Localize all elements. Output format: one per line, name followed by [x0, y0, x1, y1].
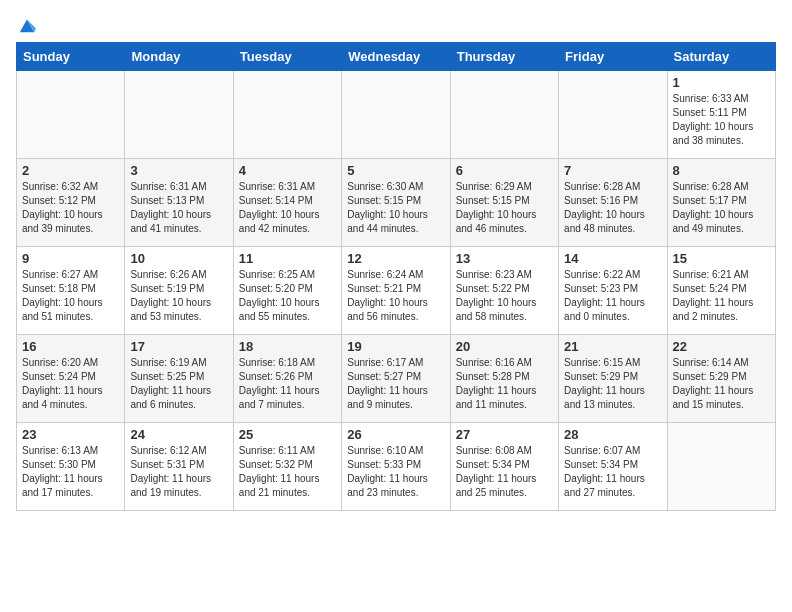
day-number: 17: [130, 339, 227, 354]
day-info: Sunrise: 6:18 AM Sunset: 5:26 PM Dayligh…: [239, 356, 336, 412]
weekday-header-thursday: Thursday: [450, 43, 558, 71]
calendar-cell: 28Sunrise: 6:07 AM Sunset: 5:34 PM Dayli…: [559, 423, 667, 511]
calendar-cell: [667, 423, 775, 511]
weekday-header-monday: Monday: [125, 43, 233, 71]
day-number: 23: [22, 427, 119, 442]
week-row-5: 23Sunrise: 6:13 AM Sunset: 5:30 PM Dayli…: [17, 423, 776, 511]
weekday-header-tuesday: Tuesday: [233, 43, 341, 71]
calendar-cell: 26Sunrise: 6:10 AM Sunset: 5:33 PM Dayli…: [342, 423, 450, 511]
day-info: Sunrise: 6:12 AM Sunset: 5:31 PM Dayligh…: [130, 444, 227, 500]
day-info: Sunrise: 6:24 AM Sunset: 5:21 PM Dayligh…: [347, 268, 444, 324]
day-info: Sunrise: 6:14 AM Sunset: 5:29 PM Dayligh…: [673, 356, 770, 412]
day-info: Sunrise: 6:10 AM Sunset: 5:33 PM Dayligh…: [347, 444, 444, 500]
calendar-cell: 6Sunrise: 6:29 AM Sunset: 5:15 PM Daylig…: [450, 159, 558, 247]
logo-icon: [18, 16, 36, 34]
day-info: Sunrise: 6:23 AM Sunset: 5:22 PM Dayligh…: [456, 268, 553, 324]
calendar-cell: 1Sunrise: 6:33 AM Sunset: 5:11 PM Daylig…: [667, 71, 775, 159]
day-info: Sunrise: 6:08 AM Sunset: 5:34 PM Dayligh…: [456, 444, 553, 500]
day-info: Sunrise: 6:31 AM Sunset: 5:13 PM Dayligh…: [130, 180, 227, 236]
calendar-cell: 9Sunrise: 6:27 AM Sunset: 5:18 PM Daylig…: [17, 247, 125, 335]
calendar-cell: 22Sunrise: 6:14 AM Sunset: 5:29 PM Dayli…: [667, 335, 775, 423]
calendar-cell: 11Sunrise: 6:25 AM Sunset: 5:20 PM Dayli…: [233, 247, 341, 335]
weekday-header-sunday: Sunday: [17, 43, 125, 71]
calendar-cell: 13Sunrise: 6:23 AM Sunset: 5:22 PM Dayli…: [450, 247, 558, 335]
day-info: Sunrise: 6:32 AM Sunset: 5:12 PM Dayligh…: [22, 180, 119, 236]
calendar-cell: 8Sunrise: 6:28 AM Sunset: 5:17 PM Daylig…: [667, 159, 775, 247]
day-number: 16: [22, 339, 119, 354]
weekday-header-friday: Friday: [559, 43, 667, 71]
week-row-1: 1Sunrise: 6:33 AM Sunset: 5:11 PM Daylig…: [17, 71, 776, 159]
week-row-4: 16Sunrise: 6:20 AM Sunset: 5:24 PM Dayli…: [17, 335, 776, 423]
weekday-header-wednesday: Wednesday: [342, 43, 450, 71]
logo: [16, 16, 36, 34]
day-number: 10: [130, 251, 227, 266]
day-number: 19: [347, 339, 444, 354]
day-info: Sunrise: 6:27 AM Sunset: 5:18 PM Dayligh…: [22, 268, 119, 324]
day-info: Sunrise: 6:11 AM Sunset: 5:32 PM Dayligh…: [239, 444, 336, 500]
day-info: Sunrise: 6:16 AM Sunset: 5:28 PM Dayligh…: [456, 356, 553, 412]
calendar-cell: 18Sunrise: 6:18 AM Sunset: 5:26 PM Dayli…: [233, 335, 341, 423]
calendar-cell: 21Sunrise: 6:15 AM Sunset: 5:29 PM Dayli…: [559, 335, 667, 423]
day-info: Sunrise: 6:28 AM Sunset: 5:17 PM Dayligh…: [673, 180, 770, 236]
calendar-cell: 5Sunrise: 6:30 AM Sunset: 5:15 PM Daylig…: [342, 159, 450, 247]
day-number: 28: [564, 427, 661, 442]
calendar-cell: 16Sunrise: 6:20 AM Sunset: 5:24 PM Dayli…: [17, 335, 125, 423]
calendar-cell: 4Sunrise: 6:31 AM Sunset: 5:14 PM Daylig…: [233, 159, 341, 247]
calendar-cell: 15Sunrise: 6:21 AM Sunset: 5:24 PM Dayli…: [667, 247, 775, 335]
weekday-header-saturday: Saturday: [667, 43, 775, 71]
calendar-cell: 23Sunrise: 6:13 AM Sunset: 5:30 PM Dayli…: [17, 423, 125, 511]
day-number: 21: [564, 339, 661, 354]
day-number: 1: [673, 75, 770, 90]
calendar-cell: 2Sunrise: 6:32 AM Sunset: 5:12 PM Daylig…: [17, 159, 125, 247]
calendar-cell: 20Sunrise: 6:16 AM Sunset: 5:28 PM Dayli…: [450, 335, 558, 423]
calendar-cell: [342, 71, 450, 159]
day-number: 8: [673, 163, 770, 178]
day-number: 7: [564, 163, 661, 178]
calendar-cell: 7Sunrise: 6:28 AM Sunset: 5:16 PM Daylig…: [559, 159, 667, 247]
calendar-cell: 14Sunrise: 6:22 AM Sunset: 5:23 PM Dayli…: [559, 247, 667, 335]
day-info: Sunrise: 6:15 AM Sunset: 5:29 PM Dayligh…: [564, 356, 661, 412]
day-number: 27: [456, 427, 553, 442]
day-info: Sunrise: 6:26 AM Sunset: 5:19 PM Dayligh…: [130, 268, 227, 324]
day-number: 20: [456, 339, 553, 354]
calendar-cell: 27Sunrise: 6:08 AM Sunset: 5:34 PM Dayli…: [450, 423, 558, 511]
day-info: Sunrise: 6:21 AM Sunset: 5:24 PM Dayligh…: [673, 268, 770, 324]
week-row-2: 2Sunrise: 6:32 AM Sunset: 5:12 PM Daylig…: [17, 159, 776, 247]
day-number: 5: [347, 163, 444, 178]
day-info: Sunrise: 6:30 AM Sunset: 5:15 PM Dayligh…: [347, 180, 444, 236]
calendar-cell: [450, 71, 558, 159]
day-info: Sunrise: 6:13 AM Sunset: 5:30 PM Dayligh…: [22, 444, 119, 500]
day-info: Sunrise: 6:28 AM Sunset: 5:16 PM Dayligh…: [564, 180, 661, 236]
calendar-cell: 12Sunrise: 6:24 AM Sunset: 5:21 PM Dayli…: [342, 247, 450, 335]
day-info: Sunrise: 6:31 AM Sunset: 5:14 PM Dayligh…: [239, 180, 336, 236]
day-number: 3: [130, 163, 227, 178]
day-number: 12: [347, 251, 444, 266]
day-info: Sunrise: 6:19 AM Sunset: 5:25 PM Dayligh…: [130, 356, 227, 412]
day-number: 6: [456, 163, 553, 178]
calendar-cell: 24Sunrise: 6:12 AM Sunset: 5:31 PM Dayli…: [125, 423, 233, 511]
day-number: 2: [22, 163, 119, 178]
calendar-cell: 25Sunrise: 6:11 AM Sunset: 5:32 PM Dayli…: [233, 423, 341, 511]
weekday-header-row: SundayMondayTuesdayWednesdayThursdayFrid…: [17, 43, 776, 71]
calendar-cell: 17Sunrise: 6:19 AM Sunset: 5:25 PM Dayli…: [125, 335, 233, 423]
day-number: 24: [130, 427, 227, 442]
calendar-cell: 19Sunrise: 6:17 AM Sunset: 5:27 PM Dayli…: [342, 335, 450, 423]
day-info: Sunrise: 6:17 AM Sunset: 5:27 PM Dayligh…: [347, 356, 444, 412]
calendar-cell: [125, 71, 233, 159]
calendar-cell: 3Sunrise: 6:31 AM Sunset: 5:13 PM Daylig…: [125, 159, 233, 247]
day-number: 15: [673, 251, 770, 266]
day-number: 11: [239, 251, 336, 266]
day-number: 4: [239, 163, 336, 178]
day-number: 18: [239, 339, 336, 354]
day-number: 13: [456, 251, 553, 266]
week-row-3: 9Sunrise: 6:27 AM Sunset: 5:18 PM Daylig…: [17, 247, 776, 335]
day-number: 9: [22, 251, 119, 266]
day-info: Sunrise: 6:22 AM Sunset: 5:23 PM Dayligh…: [564, 268, 661, 324]
page-header: [16, 16, 776, 34]
day-info: Sunrise: 6:25 AM Sunset: 5:20 PM Dayligh…: [239, 268, 336, 324]
calendar-cell: [233, 71, 341, 159]
day-info: Sunrise: 6:07 AM Sunset: 5:34 PM Dayligh…: [564, 444, 661, 500]
calendar-cell: [17, 71, 125, 159]
day-info: Sunrise: 6:20 AM Sunset: 5:24 PM Dayligh…: [22, 356, 119, 412]
calendar-cell: 10Sunrise: 6:26 AM Sunset: 5:19 PM Dayli…: [125, 247, 233, 335]
